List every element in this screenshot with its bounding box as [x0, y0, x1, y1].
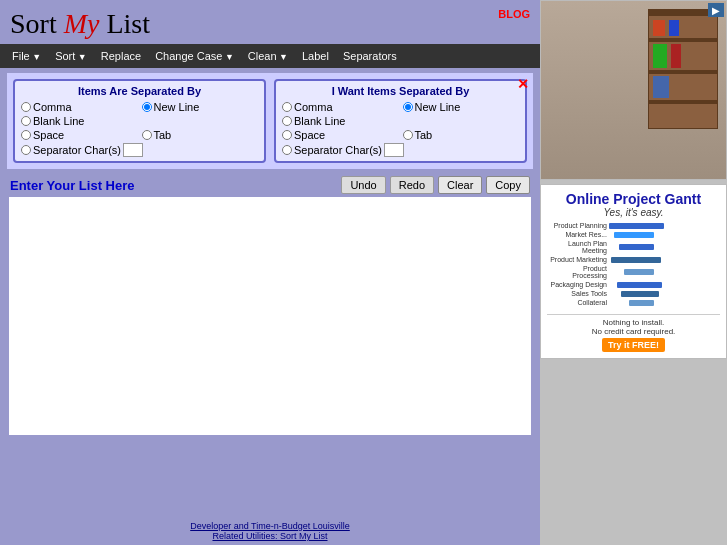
output-separator-box: I Want Items Separated By Comma New Line…: [274, 79, 527, 163]
left-panel: Sort My List BLOG File Sort Replace Chan…: [0, 0, 540, 545]
title-my: My: [57, 8, 107, 39]
gantt-footer1: Nothing to install.: [603, 318, 664, 327]
gantt-footer2: No credit card required.: [592, 327, 676, 336]
enter-list-label: Enter Your List Here: [10, 178, 135, 193]
input-separator-options: Comma New Line Blank Line Space Tab: [21, 101, 258, 157]
input-sep-blankline[interactable]: Blank Line: [21, 115, 258, 127]
gantt-bar-label: Launch Plan Meeting: [547, 240, 607, 254]
gantt-bar-fill: [611, 257, 661, 263]
input-separator-box: Items Are Separated By Comma New Line Bl…: [13, 79, 266, 163]
output-sep-blankline[interactable]: Blank Line: [282, 115, 519, 127]
right-panel: ▶ Online Project Gantt Yes, it's easy. P…: [540, 0, 727, 545]
input-sep-char-input[interactable]: [123, 143, 143, 157]
nav-sort[interactable]: Sort: [49, 48, 93, 64]
output-sep-char[interactable]: Separator Char(s): [282, 143, 519, 157]
nav-label[interactable]: Label: [296, 48, 335, 64]
input-sep-newline[interactable]: New Line: [142, 101, 259, 113]
gantt-bar-label: Product Planning: [547, 222, 607, 229]
output-sep-newline[interactable]: New Line: [403, 101, 520, 113]
input-sep-tab[interactable]: Tab: [142, 129, 259, 141]
output-sep-comma[interactable]: Comma: [282, 101, 399, 113]
gantt-bar-label: Sales Tools: [547, 290, 607, 297]
gantt-bar-row: Market Res...: [547, 231, 720, 238]
gantt-bar-label: Product Marketing: [547, 256, 607, 263]
main-wrapper: Sort My List BLOG File Sort Replace Chan…: [0, 0, 727, 545]
close-separator-button[interactable]: ✕: [517, 77, 529, 91]
nav-clean[interactable]: Clean: [242, 48, 294, 64]
gantt-bar-fill: [614, 232, 654, 238]
output-sep-tab[interactable]: Tab: [403, 129, 520, 141]
clear-button[interactable]: Clear: [438, 176, 482, 194]
gantt-title: Online Project Gantt: [547, 191, 720, 207]
gantt-bar-row: Product Processing: [547, 265, 720, 279]
gantt-bar-label: Collateral: [547, 299, 607, 306]
title-list: List: [106, 8, 150, 39]
copy-button[interactable]: Copy: [486, 176, 530, 194]
output-separator-title: I Want Items Separated By: [282, 85, 519, 97]
gantt-bar-row: Product Planning: [547, 222, 720, 229]
nav-separators[interactable]: Separators: [337, 48, 403, 64]
footer: Developer and Time-n-Budget Louisville R…: [0, 517, 540, 545]
gantt-bar-row: Launch Plan Meeting: [547, 240, 720, 254]
gantt-bar-fill: [629, 300, 654, 306]
redo-button[interactable]: Redo: [390, 176, 434, 194]
gantt-bar-label: Market Res...: [547, 231, 607, 238]
gantt-bar-fill: [624, 269, 654, 275]
ad-arrow-icon: ▶: [708, 3, 724, 17]
garage-ad[interactable]: ▶: [540, 0, 727, 180]
nav-replace[interactable]: Replace: [95, 48, 147, 64]
gantt-sub: Yes, it's easy.: [547, 207, 720, 218]
gantt-bar-fill: [619, 244, 654, 250]
separator-area: ✕ Items Are Separated By Comma New Line …: [6, 72, 534, 170]
title-sort: Sort: [10, 8, 57, 39]
gantt-bar-row: Sales Tools: [547, 290, 720, 297]
gantt-bar-row: Packaging Design: [547, 281, 720, 288]
garage-image: ▶: [541, 1, 726, 179]
output-sep-space[interactable]: Space: [282, 129, 399, 141]
list-controls: Undo Redo Clear Copy: [341, 176, 530, 194]
footer-link2[interactable]: Related Utilities: Sort My List: [212, 531, 327, 541]
input-sep-char[interactable]: Separator Char(s): [21, 143, 258, 157]
gantt-bar-fill: [617, 282, 662, 288]
input-sep-space[interactable]: Space: [21, 129, 138, 141]
input-separator-title: Items Are Separated By: [21, 85, 258, 97]
gantt-ad[interactable]: Online Project Gantt Yes, it's easy. Pro…: [540, 184, 727, 359]
output-sep-char-input[interactable]: [384, 143, 404, 157]
undo-button[interactable]: Undo: [341, 176, 385, 194]
nav-change-case[interactable]: Change Case: [149, 48, 240, 64]
gantt-bar-label: Packaging Design: [547, 281, 607, 288]
list-header-row: Enter Your List Here Undo Redo Clear Cop…: [0, 174, 540, 196]
gantt-bar-row: Product Marketing: [547, 256, 720, 263]
textarea-wrapper: [0, 196, 540, 517]
input-sep-comma[interactable]: Comma: [21, 101, 138, 113]
try-free-button[interactable]: Try it FREE!: [602, 338, 665, 352]
gantt-chart: Product PlanningMarket Res...Launch Plan…: [547, 222, 720, 310]
nav-file[interactable]: File: [6, 48, 47, 64]
header: Sort My List BLOG: [0, 0, 540, 44]
navbar: File Sort Replace Change Case Clean Labe…: [0, 44, 540, 68]
output-separator-options: Comma New Line Blank Line Space Tab: [282, 101, 519, 157]
list-textarea[interactable]: [8, 196, 532, 436]
site-title: Sort My List: [10, 8, 150, 40]
gantt-bar-fill: [609, 223, 664, 229]
gantt-bar-fill: [621, 291, 659, 297]
blog-link[interactable]: BLOG: [498, 8, 530, 20]
footer-link1[interactable]: Developer and Time-n-Budget Louisville: [190, 521, 350, 531]
gantt-footer: Nothing to install. No credit card requi…: [547, 314, 720, 352]
gantt-bar-label: Product Processing: [547, 265, 607, 279]
gantt-bar-row: Collateral: [547, 299, 720, 306]
